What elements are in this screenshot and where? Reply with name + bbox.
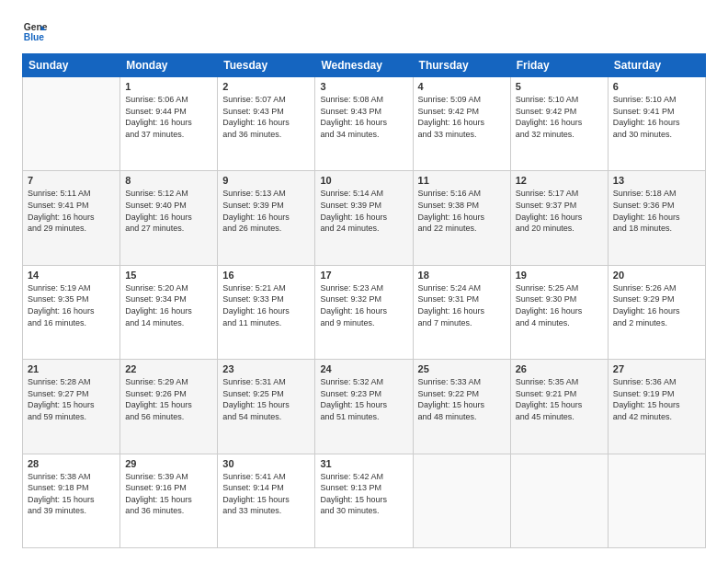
calendar-cell: 10Sunrise: 5:14 AM Sunset: 9:39 PM Dayli… [315, 171, 413, 265]
day-info: Sunrise: 5:19 AM Sunset: 9:35 PM Dayligh… [28, 282, 115, 328]
day-number: 12 [516, 175, 603, 186]
calendar-cell [413, 454, 510, 547]
day-number: 18 [418, 270, 506, 281]
day-number: 22 [125, 363, 212, 374]
day-number: 9 [222, 175, 310, 186]
calendar-cell: 11Sunrise: 5:16 AM Sunset: 9:38 PM Dayli… [413, 171, 510, 265]
day-number: 17 [320, 270, 407, 281]
day-number: 20 [613, 270, 700, 281]
calendar-cell: 5Sunrise: 5:10 AM Sunset: 9:42 PM Daylig… [510, 77, 608, 171]
weekday-header-wednesday: Wednesday [315, 54, 413, 77]
day-number: 6 [613, 81, 700, 92]
day-info: Sunrise: 5:23 AM Sunset: 9:32 PM Dayligh… [320, 282, 407, 328]
calendar-cell: 6Sunrise: 5:10 AM Sunset: 9:41 PM Daylig… [608, 77, 705, 171]
day-info: Sunrise: 5:18 AM Sunset: 9:36 PM Dayligh… [613, 188, 700, 234]
day-info: Sunrise: 5:10 AM Sunset: 9:41 PM Dayligh… [613, 94, 700, 140]
calendar-cell: 31Sunrise: 5:42 AM Sunset: 9:13 PM Dayli… [315, 454, 413, 547]
day-info: Sunrise: 5:13 AM Sunset: 9:39 PM Dayligh… [222, 188, 310, 234]
day-number: 16 [222, 270, 310, 281]
calendar-cell: 14Sunrise: 5:19 AM Sunset: 9:35 PM Dayli… [23, 265, 120, 359]
day-number: 23 [222, 363, 310, 374]
calendar-cell: 24Sunrise: 5:32 AM Sunset: 9:23 PM Dayli… [315, 360, 413, 454]
calendar-cell: 2Sunrise: 5:07 AM Sunset: 9:43 PM Daylig… [218, 77, 315, 171]
day-info: Sunrise: 5:10 AM Sunset: 9:42 PM Dayligh… [516, 94, 603, 140]
weekday-header-tuesday: Tuesday [218, 54, 315, 77]
day-info: Sunrise: 5:08 AM Sunset: 9:43 PM Dayligh… [320, 94, 407, 140]
day-number: 10 [320, 175, 407, 186]
calendar-cell: 8Sunrise: 5:12 AM Sunset: 9:40 PM Daylig… [120, 171, 218, 265]
day-number: 28 [28, 458, 115, 469]
day-number: 13 [613, 175, 700, 186]
weekday-header-friday: Friday [510, 54, 608, 77]
day-info: Sunrise: 5:16 AM Sunset: 9:38 PM Dayligh… [418, 188, 506, 234]
day-info: Sunrise: 5:41 AM Sunset: 9:14 PM Dayligh… [222, 471, 310, 517]
day-number: 29 [125, 458, 212, 469]
day-info: Sunrise: 5:20 AM Sunset: 9:34 PM Dayligh… [125, 282, 212, 328]
calendar-header-row: SundayMondayTuesdayWednesdayThursdayFrid… [23, 54, 706, 77]
calendar-cell: 29Sunrise: 5:39 AM Sunset: 9:16 PM Dayli… [120, 454, 218, 547]
calendar-cell: 23Sunrise: 5:31 AM Sunset: 9:25 PM Dayli… [218, 360, 315, 454]
day-info: Sunrise: 5:28 AM Sunset: 9:27 PM Dayligh… [28, 376, 115, 422]
day-info: Sunrise: 5:29 AM Sunset: 9:26 PM Dayligh… [125, 376, 212, 422]
calendar-cell: 22Sunrise: 5:29 AM Sunset: 9:26 PM Dayli… [120, 360, 218, 454]
day-number: 3 [320, 81, 407, 92]
weekday-header-saturday: Saturday [608, 54, 705, 77]
logo-icon: General Blue [22, 18, 48, 44]
day-number: 27 [613, 363, 700, 374]
day-info: Sunrise: 5:14 AM Sunset: 9:39 PM Dayligh… [320, 188, 407, 234]
calendar-cell [608, 454, 705, 547]
day-number: 7 [28, 175, 115, 186]
day-info: Sunrise: 5:06 AM Sunset: 9:44 PM Dayligh… [125, 94, 212, 140]
day-info: Sunrise: 5:17 AM Sunset: 9:37 PM Dayligh… [516, 188, 603, 234]
calendar-cell: 1Sunrise: 5:06 AM Sunset: 9:44 PM Daylig… [120, 77, 218, 171]
weekday-header-monday: Monday [120, 54, 218, 77]
day-info: Sunrise: 5:35 AM Sunset: 9:21 PM Dayligh… [516, 376, 603, 422]
day-number: 4 [418, 81, 506, 92]
day-number: 26 [516, 363, 603, 374]
calendar-cell: 26Sunrise: 5:35 AM Sunset: 9:21 PM Dayli… [510, 360, 608, 454]
day-number: 11 [418, 175, 506, 186]
calendar-page: General Blue SundayMondayTuesdayWednesda… [0, 0, 728, 563]
day-number: 25 [418, 363, 506, 374]
calendar-week-row: 7Sunrise: 5:11 AM Sunset: 9:41 PM Daylig… [23, 171, 706, 265]
calendar-cell: 17Sunrise: 5:23 AM Sunset: 9:32 PM Dayli… [315, 265, 413, 359]
day-info: Sunrise: 5:32 AM Sunset: 9:23 PM Dayligh… [320, 376, 407, 422]
calendar-cell: 12Sunrise: 5:17 AM Sunset: 9:37 PM Dayli… [510, 171, 608, 265]
day-number: 31 [320, 458, 407, 469]
day-info: Sunrise: 5:33 AM Sunset: 9:22 PM Dayligh… [418, 376, 506, 422]
svg-text:General: General [24, 22, 48, 32]
day-number: 24 [320, 363, 407, 374]
calendar-cell: 20Sunrise: 5:26 AM Sunset: 9:29 PM Dayli… [608, 265, 705, 359]
day-number: 5 [516, 81, 603, 92]
calendar-cell: 27Sunrise: 5:36 AM Sunset: 9:19 PM Dayli… [608, 360, 705, 454]
weekday-header-thursday: Thursday [413, 54, 510, 77]
day-number: 21 [28, 363, 115, 374]
calendar-cell: 30Sunrise: 5:41 AM Sunset: 9:14 PM Dayli… [218, 454, 315, 547]
day-number: 14 [28, 270, 115, 281]
day-info: Sunrise: 5:39 AM Sunset: 9:16 PM Dayligh… [125, 471, 212, 517]
calendar-cell: 15Sunrise: 5:20 AM Sunset: 9:34 PM Dayli… [120, 265, 218, 359]
day-info: Sunrise: 5:26 AM Sunset: 9:29 PM Dayligh… [613, 282, 700, 328]
calendar-cell [510, 454, 608, 547]
calendar-table: SundayMondayTuesdayWednesdayThursdayFrid… [22, 53, 706, 548]
calendar-cell: 7Sunrise: 5:11 AM Sunset: 9:41 PM Daylig… [23, 171, 120, 265]
day-number: 1 [125, 81, 212, 92]
calendar-cell: 28Sunrise: 5:38 AM Sunset: 9:18 PM Dayli… [23, 454, 120, 547]
weekday-header-sunday: Sunday [23, 54, 120, 77]
day-info: Sunrise: 5:42 AM Sunset: 9:13 PM Dayligh… [320, 471, 407, 517]
day-number: 19 [516, 270, 603, 281]
day-info: Sunrise: 5:38 AM Sunset: 9:18 PM Dayligh… [28, 471, 115, 517]
calendar-week-row: 1Sunrise: 5:06 AM Sunset: 9:44 PM Daylig… [23, 77, 706, 171]
day-number: 8 [125, 175, 212, 186]
calendar-cell: 3Sunrise: 5:08 AM Sunset: 9:43 PM Daylig… [315, 77, 413, 171]
day-number: 2 [222, 81, 310, 92]
day-info: Sunrise: 5:25 AM Sunset: 9:30 PM Dayligh… [516, 282, 603, 328]
calendar-cell: 4Sunrise: 5:09 AM Sunset: 9:42 PM Daylig… [413, 77, 510, 171]
day-info: Sunrise: 5:21 AM Sunset: 9:33 PM Dayligh… [222, 282, 310, 328]
calendar-week-row: 14Sunrise: 5:19 AM Sunset: 9:35 PM Dayli… [23, 265, 706, 359]
svg-text:Blue: Blue [24, 32, 45, 42]
calendar-cell: 13Sunrise: 5:18 AM Sunset: 9:36 PM Dayli… [608, 171, 705, 265]
day-info: Sunrise: 5:31 AM Sunset: 9:25 PM Dayligh… [222, 376, 310, 422]
calendar-cell: 9Sunrise: 5:13 AM Sunset: 9:39 PM Daylig… [218, 171, 315, 265]
day-info: Sunrise: 5:24 AM Sunset: 9:31 PM Dayligh… [418, 282, 506, 328]
